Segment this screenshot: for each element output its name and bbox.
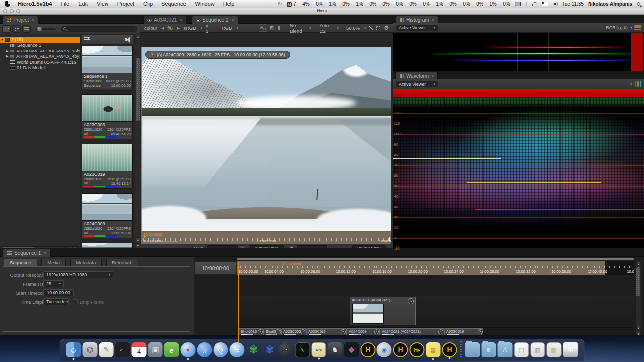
scroll-up-icon[interactable]: ▲ (136, 237, 140, 241)
layer-select[interactable]: RGB (222, 25, 232, 31)
bin-item-a023c019[interactable]: A023C019 2880x1620151f @25FPS ari10:46:1… (82, 144, 133, 189)
soft-effect-badge[interactable]: ◔ (258, 329, 263, 334)
histogram-source-select[interactable]: Active Viewer▾ (396, 25, 438, 31)
viewer-image[interactable] (141, 47, 391, 231)
soft-effect-badge[interactable]: ◔ (374, 329, 379, 334)
close-icon[interactable]: × (231, 18, 234, 23)
dock-itunes-icon[interactable]: ♫ (197, 342, 212, 357)
tree-row[interactable]: 01 Das Modell (0, 65, 80, 71)
timeline-playhead[interactable] (238, 262, 239, 342)
menu-window[interactable]: Window (191, 0, 219, 8)
time-display-select[interactable]: Timecode▾ (43, 298, 69, 305)
expander-right-icon[interactable]: ▶ (5, 54, 10, 58)
thumbnail-size-slider[interactable] (36, 28, 56, 30)
colorspace-select[interactable]: sRGB (183, 25, 196, 31)
dock-hiero-2-icon[interactable]: H (393, 342, 408, 357)
bin-item-sequence1[interactable]: Sequence 1 1920x10801008f @25FPS Sequenc… (82, 46, 133, 89)
dock-safari-icon[interactable]: ➤ (181, 342, 196, 357)
channel-select[interactable]: colour (144, 25, 157, 31)
info-triangle-icon[interactable]: ▼ (150, 52, 154, 57)
histogram-mode-label[interactable]: RGB (r,g,b) (606, 25, 628, 30)
spotlight-icon[interactable] (637, 2, 640, 6)
timeline-ruler[interactable]: 10:00:00:00 10:00:04:00 10:00:08:00 10:0… (237, 261, 634, 275)
frame-rate-select[interactable]: 25▾ (43, 280, 64, 287)
tab-media[interactable]: Media (41, 259, 66, 266)
audio-mute-icon[interactable] (125, 38, 127, 41)
dock-calendar-icon[interactable]: 4 (132, 342, 147, 357)
dock-trash-icon[interactable]: ✻ (563, 342, 578, 357)
proxy-select[interactable]: Auto 1:2 (319, 23, 332, 34)
tab-viewer-a024c021[interactable]: A024C021 × (143, 16, 187, 24)
minimize-window-icon[interactable] (10, 9, 14, 13)
scroll-down-icon[interactable]: ▼ (136, 243, 140, 247)
dock-quicktime-icon[interactable]: Q (214, 342, 228, 357)
tab-metadata[interactable]: Metadata (70, 259, 102, 266)
user-menu[interactable]: Nikolaos Almpanis (588, 1, 632, 7)
drop-frame-checkbox[interactable] (73, 299, 78, 304)
display-icon[interactable] (515, 2, 521, 6)
apple-menu-icon[interactable] (5, 1, 10, 7)
tree-row-root[interactable]: ▼ 2 (19) (0, 37, 80, 43)
project-search-input[interactable] (68, 26, 134, 31)
app-menu[interactable]: Hiero1.5v1b4 (13, 0, 56, 8)
keyboard-flag-icon[interactable] (542, 2, 548, 6)
dock-finder-icon[interactable]: ☺ (66, 342, 81, 357)
bin-item-a024c009[interactable]: A024C009 2880x1620126f @25FPS ari12:09:5… (82, 193, 133, 238)
window-controls[interactable] (3, 9, 20, 13)
scrollbar-thumb[interactable] (636, 267, 640, 296)
scrollbar-thumb[interactable] (136, 58, 140, 121)
viewer-timeline-ruler[interactable]: 10:00:00:00 ▼ 10:00:00:00 10:00:20:00 10… (141, 231, 391, 244)
tab-reformat[interactable]: Reformat (106, 259, 137, 266)
dock-folder-applications-icon[interactable]: A (498, 342, 513, 357)
wifi-icon[interactable] (532, 2, 537, 6)
view-mode-grid-button[interactable] (2, 25, 11, 33)
dock-hiero-3-icon[interactable]: H (442, 342, 457, 357)
tree-row[interactable]: ▶ ARRIRAW_ALEXA_FW4.x_16by (0, 48, 80, 54)
menu-sequence[interactable]: Sequence (157, 0, 191, 8)
slider-knob[interactable] (37, 27, 42, 31)
soft-effect-badge[interactable]: ◔ (341, 329, 346, 334)
sort-settings-icon[interactable] (84, 37, 90, 42)
format-overlay-icon[interactable] (376, 26, 380, 30)
exposure-value[interactable]: f/8 (167, 25, 173, 31)
soft-effect-badge[interactable]: ◔ (300, 329, 305, 334)
mask-overlay-icon[interactable] (278, 26, 282, 30)
zoom-window-icon[interactable] (16, 9, 20, 13)
close-icon[interactable]: × (432, 18, 434, 23)
gear-icon[interactable]: ⚙ (384, 25, 389, 31)
dock-folder-library-icon[interactable]: Ⅲ (482, 342, 496, 357)
dock-resolve-icon[interactable]: ❖ (344, 342, 359, 357)
video2-track-lane[interactable]: A024C021 (A024C021) ◔ (237, 296, 634, 326)
tree-row[interactable]: ▶ ARRIRAW_ALEXA_FW4.x_4by3 (0, 54, 80, 60)
dock-minimized-doc-icon[interactable]: ▦ (547, 342, 562, 357)
histogram-style-icon[interactable] (634, 25, 641, 30)
stack-mode-icon[interactable] (270, 26, 274, 30)
menu-file[interactable]: File (56, 0, 74, 8)
menu-clock[interactable]: Tue 11:35 (562, 1, 584, 7)
arrow-left-icon[interactable]: ◀ (161, 26, 164, 30)
soft-effect-badge[interactable]: ◔ (275, 329, 280, 334)
expander-right-icon[interactable]: ▶ (5, 49, 10, 53)
volume-icon[interactable]: ◄) (552, 1, 557, 6)
dock-hiero-player-icon[interactable]: H▸ (410, 342, 425, 357)
dock-stickies-icon[interactable]: ▤ (426, 342, 441, 357)
dock-folder-documents-icon[interactable] (465, 342, 480, 357)
menu-help[interactable]: Help (219, 0, 239, 8)
wipe-tool-icon[interactable] (369, 26, 373, 31)
dock-color-app-icon[interactable]: ◉ (377, 342, 392, 357)
arrow-right-icon[interactable]: ▶ (177, 26, 180, 30)
waveform-mode-icon[interactable] (635, 81, 642, 87)
bluetooth-icon[interactable]: ᛒ (525, 1, 528, 6)
tree-row[interactable]: World Drums 01-AIFF 44.1:16 (0, 59, 80, 65)
bin-item-a023c003[interactable]: A023C003 2880x1620126f @25FPS ari09:40:1… (82, 94, 133, 139)
zoom-level-select[interactable]: 50.6% (346, 25, 360, 31)
start-timecode-field[interactable]: 10:00:00:00 (43, 289, 74, 296)
dock-evernote-icon[interactable]: e (164, 342, 179, 357)
dock-disk-utility-icon[interactable]: ⌬ (83, 342, 98, 357)
bin-vertical-scrollbar[interactable]: ▲ ▲ ▼ (135, 34, 140, 253)
dock-dark-app-icon[interactable]: ♞ (328, 342, 343, 357)
timeline-clip-a024c021[interactable]: A024C021 (A024C021) ◔ (350, 297, 416, 325)
dock-minimized-doc-icon[interactable]: ▤ (514, 342, 529, 357)
waveform-source-select[interactable]: Active Viewer▾ (396, 81, 438, 87)
soft-effect-badge[interactable]: ◔ (408, 298, 414, 304)
